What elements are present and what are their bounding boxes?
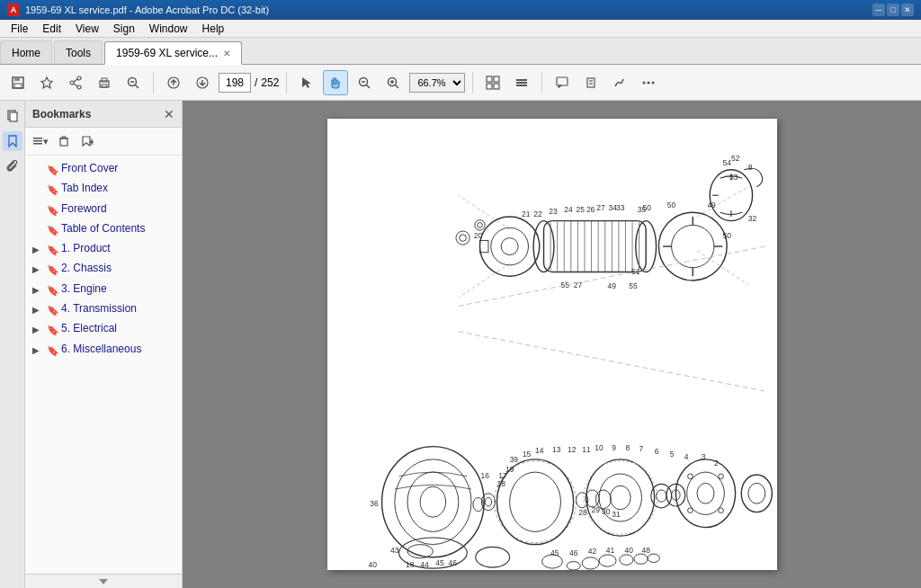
svg-marker-3 [41,77,52,88]
left-panel-icons [0,101,25,588]
bookmark-miscellaneous[interactable]: ▶ 🔖 6. Miscellaneous [25,340,182,360]
menu-window[interactable]: Window [142,21,195,37]
comment-button[interactable] [550,70,575,95]
svg-line-22 [396,85,399,88]
share-button[interactable] [63,70,88,95]
svg-text:21: 21 [521,209,530,218]
svg-line-13 [136,85,139,88]
svg-text:41: 41 [605,546,614,555]
svg-text:28: 28 [578,508,587,517]
svg-text:33: 33 [616,203,625,212]
favorite-button[interactable] [34,70,59,95]
svg-line-7 [74,79,77,82]
bookmark-product[interactable]: ▶ 🔖 1. Product [25,239,182,259]
bookmark-icon: 🔖 [47,164,58,176]
save-button[interactable] [5,70,31,95]
tab-home[interactable]: Home [0,40,52,64]
menu-file[interactable]: File [4,21,35,37]
svg-point-5 [70,81,74,85]
toolbar-separator-2 [286,72,287,94]
svg-rect-25 [487,76,492,82]
svg-rect-40 [10,112,17,121]
zoom-in-button[interactable] [380,70,406,95]
bookmark-label: 2. Chassis [61,262,174,276]
svg-text:25: 25 [576,205,585,214]
select-tool-button[interactable] [294,70,319,95]
tab-tools[interactable]: Tools [54,40,103,64]
svg-text:11: 11 [582,445,591,454]
bookmark-foreword[interactable]: 🔖 Foreword [25,200,182,219]
main-area: Bookmarks ✕ ▾ 🔖 Front Cover [0,101,921,588]
svg-rect-45 [60,138,67,146]
sidebar-close-button[interactable]: ✕ [164,107,174,121]
bookmark-toc[interactable]: 🔖 Table of Contents [25,219,182,239]
sidebar-header: Bookmarks ✕ [25,101,182,128]
highlight-button[interactable] [578,70,604,95]
app-icon: A [7,4,20,16]
tab-close-button[interactable]: ✕ [223,49,230,58]
pages-panel-button[interactable] [3,106,22,126]
sidebar-add-button[interactable] [77,131,97,151]
bookmark-engine[interactable]: ▶ 🔖 3. Engine [25,280,182,299]
tab-bar: Home Tools 1959-69 XL service... ✕ [0,38,921,65]
hand-tool-button[interactable] [323,70,348,95]
minimize-button[interactable]: ─ [872,4,885,16]
menu-help[interactable]: Help [195,21,232,37]
expand-icon [32,224,45,236]
svg-text:18: 18 [406,560,415,569]
sign-button[interactable] [607,70,632,95]
svg-text:52: 52 [730,154,739,163]
expand-icon: ▶ [32,263,45,275]
menu-bar: File Edit View Sign Window Help [0,20,921,38]
svg-point-37 [648,81,650,84]
window-controls: ─ □ ✕ [872,4,914,16]
bookmark-label: 3. Engine [61,282,174,297]
svg-text:14: 14 [535,446,544,455]
bookmark-tab-index[interactable]: 🔖 Tab Index [25,179,182,199]
svg-text:3: 3 [701,452,705,461]
expand-icon: ▶ [32,344,45,356]
bookmark-front-cover[interactable]: 🔖 Front Cover [25,159,182,179]
menu-sign[interactable]: Sign [106,21,142,37]
bookmark-electrical[interactable]: ▶ 🔖 5. Electrical [25,319,182,339]
arrange-button[interactable] [480,70,505,95]
tab-document[interactable]: 1959-69 XL service... ✕ [104,41,242,65]
page-number-input[interactable] [219,73,251,93]
maximize-button[interactable]: □ [887,4,899,16]
zoom-select[interactable]: 66.7% 50% 75% 100% 125% 150% 200% [409,73,465,93]
attachments-panel-button[interactable] [3,156,22,176]
bookmark-transmission[interactable]: ▶ 🔖 4. Transmission [25,299,182,319]
toolbar-separator-4 [541,72,542,94]
svg-rect-30 [516,82,527,84]
expand-icon: ▶ [32,324,45,335]
sidebar-content[interactable]: 🔖 Front Cover 🔖 Tab Index 🔖 Foreword 🔖 T… [25,156,182,574]
svg-rect-42 [33,138,42,139]
bookmarks-panel-button[interactable] [3,131,22,151]
bookmark-chassis[interactable]: ▶ 🔖 2. Chassis [25,259,182,279]
svg-rect-11 [102,85,107,87]
svg-text:30: 30 [601,507,610,516]
close-button[interactable]: ✕ [901,4,914,16]
more-tools-button[interactable] [636,70,661,95]
page-up-button[interactable] [161,70,186,95]
print-button[interactable] [92,70,117,95]
zoom-out-find-button[interactable] [121,70,146,95]
zoom-out-button[interactable] [352,70,377,95]
page-down-button[interactable] [190,70,215,95]
pdf-viewer[interactable]: 52 8 32 50 50 53 54 49 35 26 25 24 23 22… [183,101,921,588]
svg-rect-29 [516,79,527,81]
sidebar-delete-button[interactable] [54,131,74,151]
bookmark-icon: 🔖 [47,183,58,196]
svg-text:55: 55 [629,281,638,290]
page-separator: / [255,76,257,89]
sidebar-menu-button[interactable]: ▾ [31,131,50,151]
svg-point-38 [652,81,655,84]
svg-text:24: 24 [564,205,573,214]
menu-view[interactable]: View [68,21,106,37]
svg-text:39: 39 [509,455,518,464]
svg-text:29: 29 [591,505,600,514]
menu-edit[interactable]: Edit [35,21,68,37]
svg-rect-32 [557,77,568,85]
svg-text:42: 42 [587,547,596,556]
view-options-button[interactable] [509,70,534,95]
